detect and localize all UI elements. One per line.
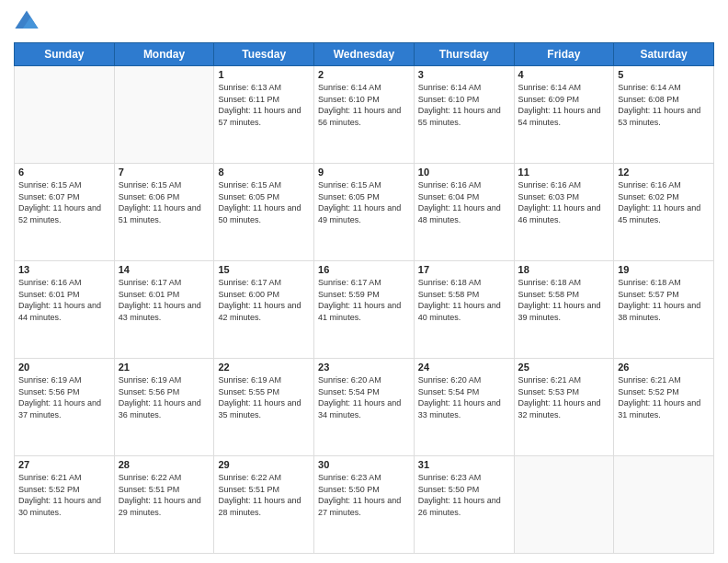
cell-info: Sunrise: 6:18 AM Sunset: 5:58 PM Dayligh… <box>518 277 610 323</box>
cell-info: Sunrise: 6:17 AM Sunset: 6:01 PM Dayligh… <box>119 277 210 323</box>
day-number: 4 <box>518 69 610 80</box>
calendar-cell: 18Sunrise: 6:18 AM Sunset: 5:58 PM Dayli… <box>514 261 614 359</box>
calendar-cell <box>614 456 714 554</box>
cell-info: Sunrise: 6:22 AM Sunset: 5:51 PM Dayligh… <box>119 472 210 518</box>
day-number: 5 <box>618 69 710 80</box>
cell-info: Sunrise: 6:20 AM Sunset: 5:54 PM Dayligh… <box>418 374 510 420</box>
day-number: 12 <box>618 167 710 178</box>
weekday-header-thursday: Thursday <box>414 43 514 66</box>
calendar-cell: 20Sunrise: 6:19 AM Sunset: 5:56 PM Dayli… <box>15 359 115 456</box>
cell-info: Sunrise: 6:22 AM Sunset: 5:51 PM Dayligh… <box>218 472 310 518</box>
day-number: 21 <box>119 362 210 373</box>
day-number: 13 <box>18 264 110 275</box>
day-number: 23 <box>318 362 410 373</box>
cell-info: Sunrise: 6:21 AM Sunset: 5:52 PM Dayligh… <box>618 374 710 420</box>
day-number: 8 <box>218 167 310 178</box>
calendar-cell: 30Sunrise: 6:23 AM Sunset: 5:50 PM Dayli… <box>314 456 415 554</box>
calendar-cell: 19Sunrise: 6:18 AM Sunset: 5:57 PM Dayli… <box>614 261 714 359</box>
day-number: 16 <box>318 264 410 275</box>
calendar-cell: 7Sunrise: 6:15 AM Sunset: 6:06 PM Daylig… <box>114 164 214 261</box>
weekday-header-monday: Monday <box>114 43 214 66</box>
calendar-cell <box>514 456 614 554</box>
week-row-1: 1Sunrise: 6:13 AM Sunset: 6:11 PM Daylig… <box>15 66 714 164</box>
week-row-5: 27Sunrise: 6:21 AM Sunset: 5:52 PM Dayli… <box>15 456 714 554</box>
calendar-cell: 13Sunrise: 6:16 AM Sunset: 6:01 PM Dayli… <box>15 261 115 359</box>
weekday-header-friday: Friday <box>514 43 614 66</box>
day-number: 26 <box>618 362 710 373</box>
cell-info: Sunrise: 6:18 AM Sunset: 5:58 PM Dayligh… <box>418 277 510 323</box>
week-row-4: 20Sunrise: 6:19 AM Sunset: 5:56 PM Dayli… <box>15 359 714 456</box>
calendar-cell: 3Sunrise: 6:14 AM Sunset: 6:10 PM Daylig… <box>414 66 514 164</box>
cell-info: Sunrise: 6:14 AM Sunset: 6:09 PM Dayligh… <box>518 82 610 128</box>
cell-info: Sunrise: 6:23 AM Sunset: 5:50 PM Dayligh… <box>318 472 410 518</box>
calendar-cell: 24Sunrise: 6:20 AM Sunset: 5:54 PM Dayli… <box>414 359 514 456</box>
day-number: 27 <box>18 459 110 470</box>
day-number: 6 <box>18 167 110 178</box>
day-number: 2 <box>318 69 410 80</box>
calendar-cell: 23Sunrise: 6:20 AM Sunset: 5:54 PM Dayli… <box>314 359 415 456</box>
cell-info: Sunrise: 6:21 AM Sunset: 5:53 PM Dayligh… <box>518 374 610 420</box>
day-number: 9 <box>318 167 410 178</box>
day-number: 14 <box>119 264 210 275</box>
day-number: 28 <box>119 459 210 470</box>
weekday-header-tuesday: Tuesday <box>214 43 314 66</box>
day-number: 31 <box>418 459 510 470</box>
week-row-3: 13Sunrise: 6:16 AM Sunset: 6:01 PM Dayli… <box>15 261 714 359</box>
calendar-cell: 29Sunrise: 6:22 AM Sunset: 5:51 PM Dayli… <box>214 456 314 554</box>
day-number: 30 <box>318 459 410 470</box>
calendar-cell: 9Sunrise: 6:15 AM Sunset: 6:05 PM Daylig… <box>314 164 415 261</box>
calendar-page: SundayMondayTuesdayWednesdayThursdayFrid… <box>0 0 728 563</box>
day-number: 1 <box>218 69 310 80</box>
cell-info: Sunrise: 6:15 AM Sunset: 6:07 PM Dayligh… <box>18 179 110 225</box>
weekday-header-row: SundayMondayTuesdayWednesdayThursdayFrid… <box>15 43 714 66</box>
calendar-cell: 11Sunrise: 6:16 AM Sunset: 6:03 PM Dayli… <box>514 164 614 261</box>
week-row-2: 6Sunrise: 6:15 AM Sunset: 6:07 PM Daylig… <box>15 164 714 261</box>
day-number: 10 <box>418 167 510 178</box>
calendar-cell <box>114 66 214 164</box>
day-number: 3 <box>418 69 510 80</box>
calendar-table: SundayMondayTuesdayWednesdayThursdayFrid… <box>14 42 714 554</box>
cell-info: Sunrise: 6:14 AM Sunset: 6:10 PM Dayligh… <box>418 82 510 128</box>
day-number: 18 <box>518 264 610 275</box>
calendar-cell: 1Sunrise: 6:13 AM Sunset: 6:11 PM Daylig… <box>214 66 314 164</box>
cell-info: Sunrise: 6:14 AM Sunset: 6:08 PM Dayligh… <box>618 82 710 128</box>
calendar-cell: 8Sunrise: 6:15 AM Sunset: 6:05 PM Daylig… <box>214 164 314 261</box>
day-number: 15 <box>218 264 310 275</box>
cell-info: Sunrise: 6:23 AM Sunset: 5:50 PM Dayligh… <box>418 472 510 518</box>
calendar-cell: 15Sunrise: 6:17 AM Sunset: 6:00 PM Dayli… <box>214 261 314 359</box>
day-number: 22 <box>218 362 310 373</box>
calendar-cell: 17Sunrise: 6:18 AM Sunset: 5:58 PM Dayli… <box>414 261 514 359</box>
cell-info: Sunrise: 6:16 AM Sunset: 6:01 PM Dayligh… <box>18 277 110 323</box>
calendar-cell: 31Sunrise: 6:23 AM Sunset: 5:50 PM Dayli… <box>414 456 514 554</box>
weekday-header-saturday: Saturday <box>614 43 714 66</box>
calendar-cell: 16Sunrise: 6:17 AM Sunset: 5:59 PM Dayli… <box>314 261 415 359</box>
cell-info: Sunrise: 6:18 AM Sunset: 5:57 PM Dayligh… <box>618 277 710 323</box>
cell-info: Sunrise: 6:20 AM Sunset: 5:54 PM Dayligh… <box>318 374 410 420</box>
day-number: 11 <box>518 167 610 178</box>
cell-info: Sunrise: 6:16 AM Sunset: 6:04 PM Dayligh… <box>418 179 510 225</box>
cell-info: Sunrise: 6:15 AM Sunset: 6:05 PM Dayligh… <box>218 179 310 225</box>
day-number: 19 <box>618 264 710 275</box>
calendar-cell: 25Sunrise: 6:21 AM Sunset: 5:53 PM Dayli… <box>514 359 614 456</box>
day-number: 24 <box>418 362 510 373</box>
cell-info: Sunrise: 6:13 AM Sunset: 6:11 PM Dayligh… <box>218 82 310 128</box>
calendar-cell: 4Sunrise: 6:14 AM Sunset: 6:09 PM Daylig… <box>514 66 614 164</box>
cell-info: Sunrise: 6:19 AM Sunset: 5:56 PM Dayligh… <box>18 374 110 420</box>
logo-icon <box>14 9 40 35</box>
cell-info: Sunrise: 6:14 AM Sunset: 6:10 PM Dayligh… <box>318 82 410 128</box>
cell-info: Sunrise: 6:21 AM Sunset: 5:52 PM Dayligh… <box>18 472 110 518</box>
calendar-cell: 22Sunrise: 6:19 AM Sunset: 5:55 PM Dayli… <box>214 359 314 456</box>
calendar-cell: 12Sunrise: 6:16 AM Sunset: 6:02 PM Dayli… <box>614 164 714 261</box>
day-number: 29 <box>218 459 310 470</box>
cell-info: Sunrise: 6:16 AM Sunset: 6:02 PM Dayligh… <box>618 179 710 225</box>
calendar-cell: 21Sunrise: 6:19 AM Sunset: 5:56 PM Dayli… <box>114 359 214 456</box>
calendar-cell: 2Sunrise: 6:14 AM Sunset: 6:10 PM Daylig… <box>314 66 415 164</box>
cell-info: Sunrise: 6:19 AM Sunset: 5:56 PM Dayligh… <box>119 374 210 420</box>
cell-info: Sunrise: 6:15 AM Sunset: 6:05 PM Dayligh… <box>318 179 410 225</box>
weekday-header-wednesday: Wednesday <box>314 43 415 66</box>
calendar-cell: 26Sunrise: 6:21 AM Sunset: 5:52 PM Dayli… <box>614 359 714 456</box>
cell-info: Sunrise: 6:19 AM Sunset: 5:55 PM Dayligh… <box>218 374 310 420</box>
weekday-header-sunday: Sunday <box>15 43 115 66</box>
day-number: 17 <box>418 264 510 275</box>
calendar-cell: 6Sunrise: 6:15 AM Sunset: 6:07 PM Daylig… <box>15 164 115 261</box>
